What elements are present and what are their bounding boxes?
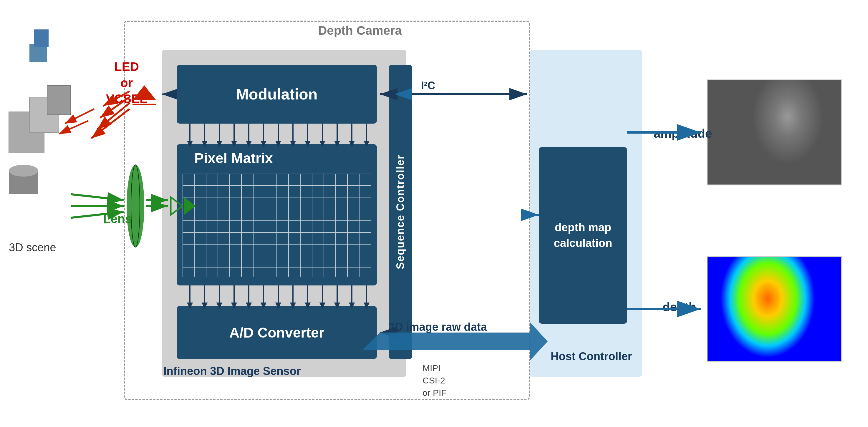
- depth-image-visual: [708, 257, 841, 361]
- svg-rect-11: [29, 44, 47, 62]
- amplitude-image-visual: [708, 80, 841, 185]
- depth-output-image: [707, 256, 842, 362]
- svg-point-15: [9, 165, 38, 176]
- ad-converter-block: A/D Converter: [177, 306, 377, 359]
- host-controller-label: Host Controller: [551, 350, 632, 363]
- svg-rect-8: [9, 112, 44, 153]
- depth-map-calc-label: depth mapcalculation: [554, 220, 613, 251]
- ad-converter-label: A/D Converter: [229, 325, 324, 341]
- svg-rect-9: [29, 97, 59, 132]
- lens-label: Lens: [103, 212, 132, 226]
- modulation-label: Modulation: [236, 85, 317, 103]
- sequence-controller-block: Sequence Controller: [389, 65, 412, 359]
- svg-line-26: [71, 194, 124, 200]
- svg-line-23: [59, 121, 88, 134]
- mipi-label: MIPICSI-2or PIF: [423, 362, 447, 399]
- sensor-label: Infineon 3D Image Sensor: [163, 365, 301, 377]
- led-vcsel-label: LEDorVCSEL: [106, 59, 147, 107]
- svg-rect-1: [183, 174, 371, 276]
- pixel-grid: [183, 174, 371, 276]
- pixel-matrix-label: Pixel Matrix: [194, 150, 273, 166]
- amplitude-output-image: [707, 79, 842, 186]
- depth-map-calc-block: depth mapcalculation: [539, 147, 627, 324]
- depth-label: depth: [662, 300, 696, 314]
- svg-rect-12: [34, 29, 49, 47]
- svg-rect-14: [9, 171, 38, 194]
- sequence-controller-label: Sequence Controller: [394, 155, 407, 269]
- scene-label: 3D scene: [9, 241, 56, 254]
- amplitude-label: amplitude: [654, 127, 712, 141]
- raw-data-label: 3D image raw data: [389, 321, 487, 333]
- depth-camera-label: Depth Camera: [318, 24, 402, 38]
- svg-line-22: [65, 109, 94, 124]
- svg-point-13: [9, 171, 38, 183]
- svg-rect-10: [47, 85, 71, 115]
- diagram-container: Depth Camera Infineon 3D Image Sensor Mo…: [0, 0, 868, 427]
- modulation-block: Modulation: [177, 65, 377, 124]
- i2c-label: I²C: [421, 79, 435, 92]
